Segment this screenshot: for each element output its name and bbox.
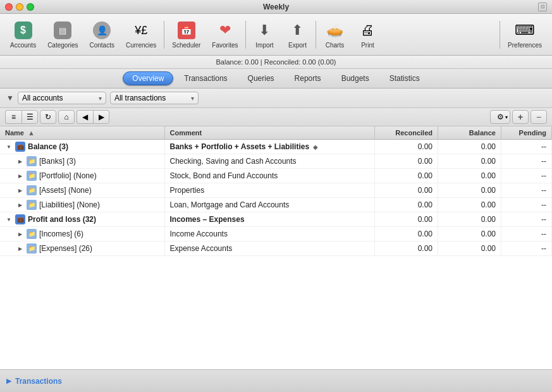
- account-pending: --: [501, 169, 552, 183]
- table-header: Name ▲ Comment Reconciled Balance Pendin…: [0, 126, 552, 140]
- back-button[interactable]: ◀: [77, 110, 93, 124]
- toolbar-export[interactable]: ⬆ Export: [281, 18, 313, 51]
- toolbar-favorites[interactable]: ❤ Favorites: [207, 18, 243, 51]
- transactions-filter[interactable]: All transactions ▾: [110, 92, 199, 104]
- disclosure-arrow[interactable]: ▶: [16, 173, 24, 179]
- toolbar-import[interactable]: ⬇ Import: [248, 18, 280, 51]
- sub-toolbar: ≡ ☰ ↻ ⌂ ◀ ▶ ⚙ + −: [0, 108, 552, 126]
- categories-icon: ▤: [52, 20, 73, 40]
- remove-button[interactable]: −: [531, 110, 547, 124]
- toolbar-charts[interactable]: 🥧 Charts: [319, 18, 350, 51]
- account-name: [Banks] (3): [39, 157, 76, 166]
- main-toolbar: $ Accounts ▤ Categories 👤 Contacts ¥: [0, 14, 552, 56]
- disclosure-arrow[interactable]: ▶: [16, 188, 24, 193]
- account-balance: 0.00: [438, 169, 501, 183]
- account-comment: Income Accounts: [164, 227, 375, 242]
- toolbar-categories[interactable]: ▤ Categories: [42, 18, 83, 51]
- table-row[interactable]: ▶ 📁 [Portfolio] (None) Stock, Bond and F…: [0, 169, 552, 183]
- tab-overview[interactable]: Overview: [123, 71, 173, 85]
- charts-label: Charts: [326, 42, 344, 49]
- transactions-filter-value: All transactions: [114, 94, 166, 102]
- favorites-label: Favorites: [212, 42, 238, 49]
- add-button[interactable]: +: [512, 110, 529, 124]
- close-button[interactable]: [5, 3, 13, 11]
- window-controls[interactable]: [5, 3, 34, 11]
- col-header-name[interactable]: Name ▲: [0, 126, 164, 140]
- detail-view-button[interactable]: ☰: [21, 110, 38, 124]
- col-header-balance[interactable]: Balance: [438, 126, 501, 140]
- toolbar-preferences[interactable]: ⌨ Preferences: [503, 18, 547, 51]
- toolbar-scheduler[interactable]: 📅 Scheduler: [167, 18, 205, 51]
- settings-button[interactable]: ⚙: [490, 110, 510, 124]
- table-row[interactable]: ▶ 📁 [Liabilities] (None) Loan, Mortgage …: [0, 198, 552, 212]
- table-row[interactable]: ▶ 📁 [Incomes] (6) Income Accounts 0.00 0…: [0, 227, 552, 242]
- disclosure-arrow[interactable]: ▶: [16, 202, 24, 208]
- accounts-icon: $: [13, 20, 34, 40]
- tab-queries[interactable]: Queries: [238, 71, 284, 85]
- window-title: Weekly: [263, 3, 289, 11]
- title-bar: Weekly ⊡: [0, 0, 552, 14]
- col-reconciled-label: Reconciled: [395, 129, 432, 137]
- account-name: [Incomes] (6): [39, 230, 83, 238]
- preferences-icon: ⌨: [515, 20, 535, 40]
- transactions-panel-label[interactable]: Transactions: [15, 377, 62, 386]
- accounts-table: Name ▲ Comment Reconciled Balance Pendin…: [0, 126, 552, 369]
- account-reconciled: 0.00: [375, 212, 438, 227]
- currencies-icon: ¥£: [131, 20, 151, 40]
- toolbar-print[interactable]: 🖨 Print: [352, 18, 383, 51]
- col-header-pending[interactable]: Pending: [501, 126, 552, 140]
- transactions-expand-icon[interactable]: ▶: [6, 377, 11, 385]
- home-button[interactable]: ⌂: [58, 110, 75, 124]
- export-icon: ⬆: [287, 20, 307, 40]
- tab-bar: Overview Transactions Queries Reports Bu…: [0, 69, 552, 89]
- col-pending-label: Pending: [519, 129, 546, 137]
- currencies-label: Currencies: [126, 42, 156, 49]
- table-row[interactable]: ▼ 💼 Profit and loss (32) Incomes – Expen…: [0, 212, 552, 227]
- filter-expand-icon[interactable]: ▼: [6, 94, 14, 102]
- disclosure-arrow[interactable]: ▼: [5, 217, 13, 223]
- accounts-filter[interactable]: All accounts ▾: [18, 92, 106, 104]
- view-toggle-group: ≡ ☰: [5, 110, 38, 124]
- toolbar-accounts[interactable]: $ Accounts: [5, 18, 41, 51]
- contacts-label: Contacts: [90, 42, 114, 49]
- col-header-reconciled[interactable]: Reconciled: [375, 126, 438, 140]
- account-reconciled: 0.00: [375, 183, 438, 198]
- toolbar-contacts[interactable]: 👤 Contacts: [85, 18, 120, 51]
- categories-label: Categories: [47, 42, 78, 49]
- account-pending: --: [501, 242, 552, 256]
- col-header-comment[interactable]: Comment: [164, 126, 375, 140]
- toolbar-group-view: 🥧 Charts 🖨 Print: [319, 18, 383, 51]
- account-balance: 0.00: [438, 183, 501, 198]
- tab-statistics[interactable]: Statistics: [380, 71, 429, 85]
- list-view-button[interactable]: ≡: [5, 110, 21, 124]
- account-reconciled: 0.00: [375, 227, 438, 242]
- account-name-cell: ▼ 💼 Profit and loss (32): [0, 212, 164, 227]
- filter-bar: ▼ All accounts ▾ All transactions ▾: [0, 89, 552, 108]
- account-name: [Expenses] (26): [39, 244, 92, 253]
- tab-budgets[interactable]: Budgets: [332, 71, 379, 85]
- disclosure-arrow[interactable]: ▼: [5, 144, 13, 150]
- tab-transactions[interactable]: Transactions: [175, 71, 236, 85]
- maximize-button[interactable]: [27, 3, 34, 11]
- account-name-cell: ▶ 📁 [Banks] (3): [0, 154, 164, 169]
- resize-control[interactable]: ⊡: [538, 3, 547, 11]
- table-row[interactable]: ▶ 📁 [Banks] (3) Checking, Saving and Cas…: [0, 154, 552, 169]
- tab-reports[interactable]: Reports: [285, 71, 331, 85]
- col-balance-label: Balance: [469, 129, 496, 137]
- account-balance: 0.00: [438, 212, 501, 227]
- disclosure-arrow[interactable]: ▶: [16, 231, 24, 237]
- table-row[interactable]: ▶ 📁 [Expenses] (26) Expense Accounts 0.0…: [0, 242, 552, 256]
- refresh-button[interactable]: ↻: [40, 110, 56, 124]
- disclosure-arrow[interactable]: ▶: [16, 246, 24, 252]
- disclosure-arrow[interactable]: ▶: [16, 159, 24, 164]
- table-row[interactable]: ▼ 💼 Balance (3) Banks + Portfolio + Asse…: [0, 140, 552, 154]
- account-name: [Portfolio] (None): [39, 171, 97, 180]
- toolbar-currencies[interactable]: ¥£ Currencies: [121, 18, 161, 51]
- table-row[interactable]: ▶ 📁 [Assets] (None) Properties 0.00 0.00…: [0, 183, 552, 198]
- charts-icon: 🥧: [324, 20, 345, 40]
- account-pending: --: [501, 198, 552, 212]
- toolbar-group-main: $ Accounts ▤ Categories 👤 Contacts ¥: [5, 18, 161, 51]
- forward-button[interactable]: ▶: [93, 110, 109, 124]
- minimize-button[interactable]: [16, 3, 23, 11]
- account-pending: --: [501, 212, 552, 227]
